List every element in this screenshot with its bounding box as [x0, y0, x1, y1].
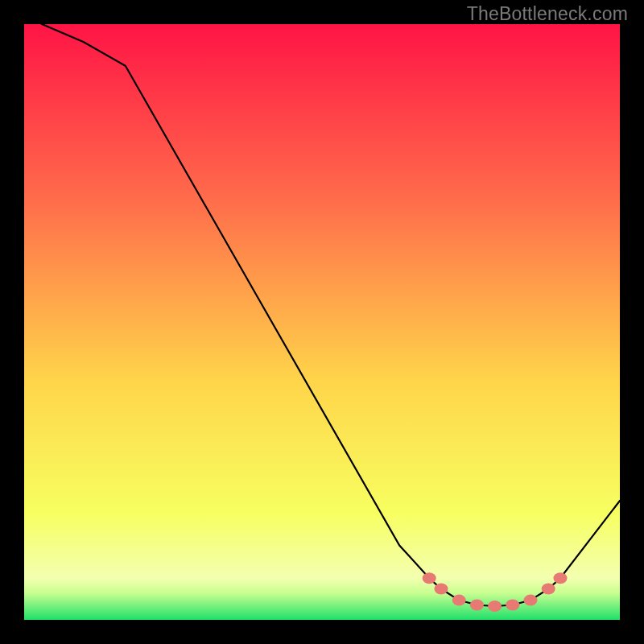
bottleneck-plot: [0, 0, 644, 644]
curve-marker: [435, 584, 448, 595]
chart-frame: TheBottleneck.com: [0, 0, 644, 644]
curve-marker: [542, 584, 555, 595]
plot-background: [24, 24, 620, 620]
curve-marker: [488, 601, 502, 612]
curve-marker: [452, 595, 466, 606]
curve-marker: [506, 600, 519, 611]
curve-marker: [554, 572, 568, 584]
curve-marker: [423, 572, 436, 584]
curve-marker: [470, 600, 484, 611]
curve-marker: [524, 595, 538, 606]
